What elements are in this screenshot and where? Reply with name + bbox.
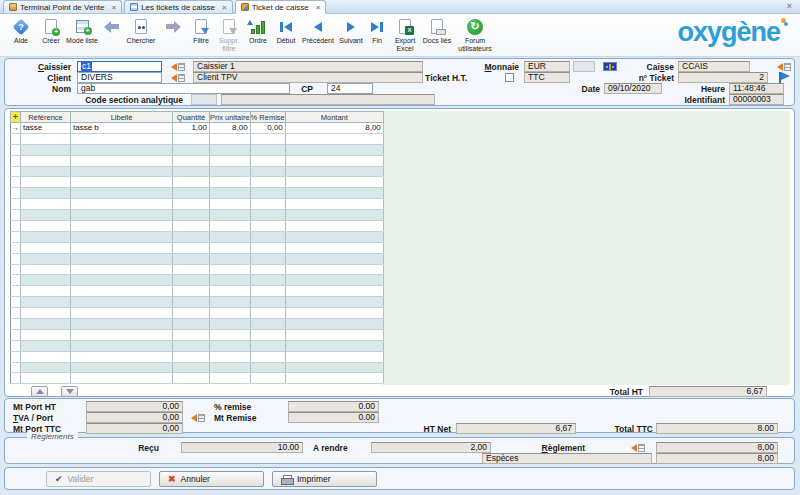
cell-remise[interactable]: 0,00 (250, 123, 285, 134)
client-input[interactable]: DIVERS (77, 72, 162, 83)
table-row-empty[interactable] (11, 177, 384, 188)
toolbar-aide-button[interactable]: ? Aide (6, 17, 36, 45)
ticket-icon (241, 3, 249, 11)
sort-order-icon (250, 20, 266, 34)
caissier-select-icon[interactable] (171, 62, 186, 71)
toolbar-export-excel-button[interactable]: X Export Excel (388, 17, 422, 53)
table-row-empty[interactable] (11, 286, 384, 297)
toolbar-suppr-filtre-button[interactable]: Suppr. filtre (214, 17, 244, 53)
especes-montant-field[interactable]: 8,00 (656, 453, 778, 464)
code-section-small-field (191, 94, 217, 105)
client-select-icon[interactable] (171, 73, 186, 82)
cell-prix-unitaire[interactable]: 8,00 (210, 123, 251, 134)
col-montant[interactable]: Montant (285, 112, 383, 123)
table-row-empty[interactable] (11, 329, 384, 340)
pct-remise-field[interactable]: 0.00 (288, 401, 379, 412)
recu-field[interactable]: 10.00 (181, 442, 303, 453)
annuler-button[interactable]: ✖ Annuler (159, 471, 264, 487)
table-row-empty[interactable] (11, 297, 384, 308)
toolbar-precedent-button[interactable]: Précédent (300, 17, 336, 45)
toolbar-forum-button[interactable]: ↻ Forum utilisateurs (452, 17, 498, 53)
caissier-input[interactable]: c1 (77, 61, 162, 72)
ht-net-field: 6,67 (456, 423, 576, 434)
toolbar-chercher-button[interactable]: Chercher (124, 17, 158, 45)
table-row-empty[interactable] (11, 199, 384, 210)
mt-remise-field[interactable]: 0.00 (288, 412, 379, 423)
col-quantite[interactable]: Quantité (173, 112, 210, 123)
add-line-button[interactable]: + (11, 112, 21, 123)
toolbar-creer-button[interactable]: + Créer (36, 17, 66, 45)
tab-les-tickets-de-caisse[interactable]: Les tickets de caisse × (124, 0, 232, 13)
flag-icon[interactable] (779, 72, 791, 83)
table-row-empty[interactable] (11, 351, 384, 362)
caisse-select-icon[interactable] (777, 62, 792, 71)
printer-icon (281, 475, 292, 484)
cell-reference[interactable]: tasse (21, 123, 71, 134)
table-row-empty[interactable] (11, 210, 384, 221)
table-row-empty[interactable] (11, 275, 384, 286)
caisse-label: Caisse (621, 62, 674, 72)
table-row-empty[interactable] (11, 319, 384, 330)
mode-reglement-field[interactable]: Espèces (482, 453, 652, 464)
ticket-lines-table: + Référence Libellé Quantité Prix unitai… (10, 111, 384, 384)
close-window-icon[interactable]: × (787, 1, 792, 11)
table-row-empty[interactable] (11, 362, 384, 373)
toolbar-suivant-button[interactable]: Suivant (336, 17, 366, 45)
reglement-field[interactable]: 8,00 (656, 442, 778, 453)
search-icon (135, 19, 147, 34)
close-tab-icon[interactable]: × (316, 3, 321, 12)
toolbar-filtre-button[interactable]: Filtre (188, 17, 214, 45)
table-row-empty[interactable] (11, 264, 384, 275)
table-row-empty[interactable] (11, 242, 384, 253)
toolbar-fin-button[interactable]: Fin (366, 17, 388, 45)
toolbar-forward-button[interactable] (158, 17, 188, 37)
toolbar-back-button[interactable] (98, 17, 124, 37)
table-row-empty[interactable] (11, 155, 384, 166)
cell-libelle[interactable]: tasse b (71, 123, 173, 134)
table-row-empty[interactable] (11, 188, 384, 199)
actions-panel: ✔ Valider ✖ Annuler Imprimer (4, 467, 795, 490)
tva-port-field[interactable]: 0,00 (86, 412, 183, 423)
move-line-up-button[interactable] (31, 386, 48, 397)
close-tab-icon[interactable]: × (112, 3, 117, 12)
toolbar-debut-button[interactable]: Début (272, 17, 300, 45)
cell-quantite[interactable]: 1,00 (173, 123, 210, 134)
cancel-x-icon: ✖ (168, 474, 176, 484)
table-row-empty[interactable] (11, 231, 384, 242)
table-row-empty[interactable] (11, 166, 384, 177)
table-row-empty[interactable] (11, 340, 384, 351)
imprimer-button[interactable]: Imprimer (272, 471, 377, 487)
ticket-ht-checkbox[interactable] (505, 73, 514, 82)
ticket-table-body: → tasse tasse b 1,00 8,00 0,00 8,00 (11, 123, 384, 384)
nom-input[interactable]: gab (77, 83, 290, 94)
mt-port-ht-field[interactable]: 0,00 (86, 401, 183, 412)
table-row-empty[interactable] (11, 308, 384, 319)
close-tab-icon[interactable]: × (222, 3, 227, 12)
table-row-empty[interactable] (11, 253, 384, 264)
col-reference[interactable]: Référence (21, 112, 71, 123)
tab-terminal-point-de-vente[interactable]: Terminal Point de Vente × (3, 0, 122, 13)
table-row-empty[interactable] (11, 133, 384, 144)
tab-ticket-de-caisse[interactable]: Ticket de caisse × (235, 0, 327, 14)
col-remise[interactable]: % Remise (250, 112, 285, 123)
col-libelle[interactable]: Libellé (71, 112, 173, 123)
cp-input[interactable]: 24 (327, 83, 373, 94)
table-row-empty[interactable] (11, 221, 384, 232)
table-row-current[interactable]: → tasse tasse b 1,00 8,00 0,00 8,00 (11, 123, 384, 134)
table-row-empty[interactable] (11, 144, 384, 155)
toolbar-mode-liste-button[interactable]: + Mode liste (66, 17, 98, 45)
tva-select-icon[interactable] (191, 413, 206, 422)
reglement-select-icon[interactable] (631, 443, 646, 452)
toolbar-docs-lies-button[interactable]: Docs liés (422, 17, 452, 45)
col-prix-unitaire[interactable]: Prix unitaire (210, 112, 251, 123)
table-row-empty[interactable] (11, 373, 384, 384)
code-section-label: Code section analytique (63, 95, 183, 105)
cell-montant[interactable]: 8,00 (285, 123, 383, 134)
toolbar-ordre-button[interactable]: Ordre (244, 17, 272, 45)
mt-port-ht-label: Mt Port HT (13, 402, 56, 412)
tab-label: Les tickets de caisse (141, 3, 215, 12)
oxygene-logo: oxygène (677, 18, 788, 46)
move-line-down-button[interactable] (61, 386, 78, 397)
valider-button[interactable]: ✔ Valider (46, 471, 151, 487)
code-section-field[interactable] (221, 94, 435, 105)
